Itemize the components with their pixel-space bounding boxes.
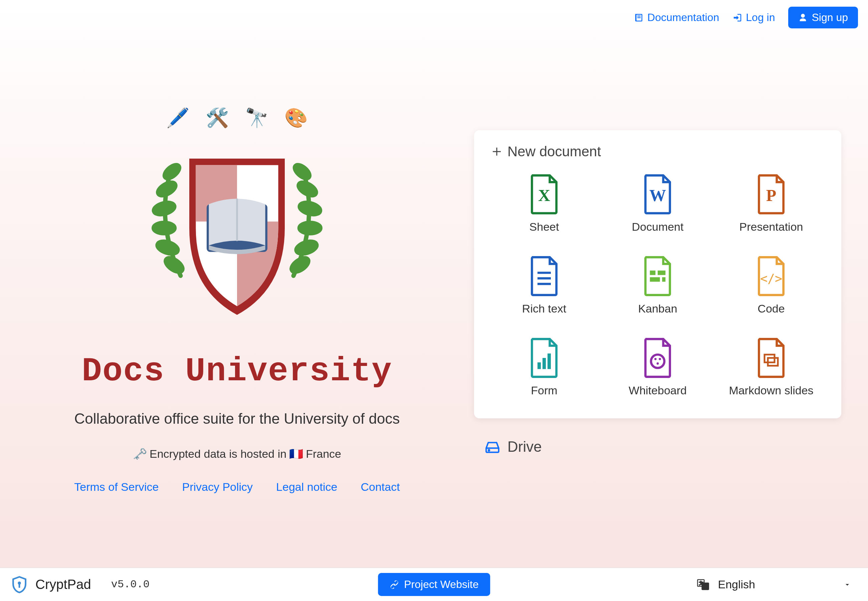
svg-point-11 xyxy=(289,255,311,274)
site-title: Docs University xyxy=(82,352,392,390)
top-nav: Documentation Log in Sign up xyxy=(634,7,858,28)
file-icon xyxy=(641,338,675,378)
doc-type-label: Presentation xyxy=(740,220,803,233)
login-label: Log in xyxy=(746,11,775,24)
svg-point-1 xyxy=(156,180,177,198)
contact-link[interactable]: Contact xyxy=(361,480,400,493)
svg-rect-27 xyxy=(548,354,551,369)
svg-rect-26 xyxy=(542,358,546,369)
svg-point-8 xyxy=(298,201,321,216)
doc-type-label: Document xyxy=(632,220,684,233)
telescope-icon: 🔭 xyxy=(245,107,268,129)
doc-type-sheet[interactable]: X Sheet xyxy=(491,169,598,238)
doc-type-markdown-slides[interactable]: Markdown slides xyxy=(718,333,825,402)
svg-point-0 xyxy=(163,163,181,180)
doc-type-form[interactable]: Form xyxy=(491,333,598,402)
login-icon xyxy=(732,13,743,23)
doc-type-presentation[interactable]: P Presentation xyxy=(718,169,825,238)
svg-point-29 xyxy=(654,358,657,360)
main-content: 🖊️ 🛠️ 🔭 🎨 xyxy=(0,0,868,567)
svg-point-9 xyxy=(300,223,320,233)
tos-link[interactable]: Terms of Service xyxy=(74,480,158,493)
svg-text:文: 文 xyxy=(699,581,704,586)
doc-type-document[interactable]: W Document xyxy=(604,169,711,238)
legal-links: Terms of Service Privacy Policy Legal no… xyxy=(74,480,400,493)
file-icon: </> xyxy=(754,256,788,296)
brand-name: CryptPad xyxy=(35,577,91,592)
svg-point-35 xyxy=(489,450,489,451)
file-icon: W xyxy=(641,174,675,214)
doc-type-rich-text[interactable]: Rich text xyxy=(491,252,598,320)
hosting-prefix: Encrypted data is hosted in xyxy=(149,447,286,461)
svg-point-2 xyxy=(152,201,175,216)
project-website-button[interactable]: Project Website xyxy=(378,573,490,596)
shield-svg xyxy=(150,139,324,326)
svg-point-30 xyxy=(659,358,661,360)
hosting-info: 🗝️ Encrypted data is hosted in 🇫🇷 France xyxy=(133,447,341,461)
shield-logo xyxy=(117,132,357,333)
file-icon xyxy=(641,256,675,296)
file-icon: P xyxy=(754,174,788,214)
file-icon xyxy=(527,256,561,296)
svg-rect-22 xyxy=(650,277,660,281)
doc-type-label: Code xyxy=(757,302,784,315)
legal-notice-link[interactable]: Legal notice xyxy=(276,480,337,493)
svg-point-4 xyxy=(156,239,179,256)
drive-icon xyxy=(484,438,501,455)
language-selector[interactable]: 文 A English xyxy=(690,575,858,595)
version-label: v5.0.0 xyxy=(111,578,149,591)
doc-type-label: Kanban xyxy=(638,302,677,315)
drive-link[interactable]: Drive xyxy=(484,438,841,455)
doc-type-whiteboard[interactable]: Whiteboard xyxy=(604,333,711,402)
file-icon: X xyxy=(527,174,561,214)
svg-rect-25 xyxy=(538,362,541,369)
svg-point-10 xyxy=(295,239,318,256)
tagline: Collaborative office suite for the Unive… xyxy=(75,410,400,427)
brand-column: 🖊️ 🛠️ 🔭 🎨 xyxy=(27,53,447,567)
lock-icon: 🗝️ xyxy=(133,447,147,461)
file-icon xyxy=(527,338,561,378)
privacy-link[interactable]: Privacy Policy xyxy=(182,480,253,493)
doc-type-label: Sheet xyxy=(530,220,559,233)
doc-type-kanban[interactable]: Kanban xyxy=(604,252,711,320)
svg-point-28 xyxy=(651,355,664,368)
svg-point-7 xyxy=(297,180,318,198)
login-link[interactable]: Log in xyxy=(732,11,775,24)
link-icon xyxy=(389,580,399,590)
hosting-country: France xyxy=(306,447,341,461)
signup-button[interactable]: Sign up xyxy=(788,7,858,28)
logo-tool-icons: 🖊️ 🛠️ 🔭 🎨 xyxy=(166,107,308,129)
svg-point-6 xyxy=(293,163,312,180)
language-label: English xyxy=(718,578,755,591)
svg-rect-20 xyxy=(650,270,656,275)
svg-point-3 xyxy=(154,223,174,233)
svg-rect-23 xyxy=(662,277,665,281)
footer-left: CryptPad v5.0.0 xyxy=(10,575,149,594)
action-column: New document X Sheet W Document P Presen… xyxy=(474,53,841,567)
tools-icon: 🛠️ xyxy=(206,107,229,129)
new-document-panel: New document X Sheet W Document P Presen… xyxy=(474,130,841,418)
doc-type-label: Rich text xyxy=(522,302,566,315)
logo: 🖊️ 🛠️ 🔭 🎨 xyxy=(117,107,357,333)
svg-text:W: W xyxy=(649,186,666,205)
panel-title-text: New document xyxy=(507,143,601,160)
palette-icon: 🎨 xyxy=(285,107,308,129)
svg-rect-21 xyxy=(658,270,665,275)
panel-title: New document xyxy=(491,143,825,160)
user-icon xyxy=(798,13,807,22)
svg-rect-37 xyxy=(19,584,20,588)
doc-type-label: Markdown slides xyxy=(729,384,813,397)
plus-icon xyxy=(491,146,503,158)
svg-text:</>: </> xyxy=(760,272,782,286)
svg-point-5 xyxy=(164,255,184,274)
doc-type-code[interactable]: </> Code xyxy=(718,252,825,320)
book-icon xyxy=(634,13,644,23)
doc-type-label: Whiteboard xyxy=(629,384,687,397)
pen-icon: 🖊️ xyxy=(166,107,190,129)
svg-text:A: A xyxy=(704,584,707,589)
cryptpad-logo-icon xyxy=(10,575,29,594)
documentation-link[interactable]: Documentation xyxy=(634,11,719,24)
document-type-grid: X Sheet W Document P Presentation Rich t… xyxy=(491,169,825,402)
footer: CryptPad v5.0.0 Project Website 文 A Engl… xyxy=(0,567,868,601)
flag-france-icon: 🇫🇷 xyxy=(289,447,303,461)
